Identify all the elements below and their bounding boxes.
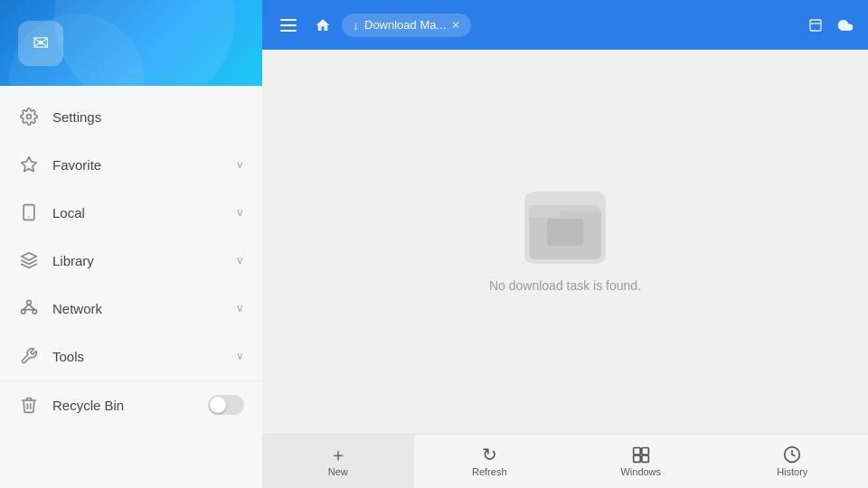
window-icon[interactable]	[805, 14, 826, 36]
chevron-down-icon: ∨	[236, 206, 244, 219]
sidebar-header: ✉	[0, 0, 262, 86]
chevron-down-icon: ∨	[236, 302, 244, 314]
svg-marker-4	[22, 253, 37, 260]
star-icon	[18, 154, 40, 175]
tab-label: Download Ma...	[364, 18, 446, 32]
tab-close-button[interactable]: ✕	[451, 19, 460, 32]
network-label: Network	[52, 301, 236, 316]
toggle-knob	[210, 397, 226, 413]
refresh-button[interactable]: ↻ Refresh	[414, 435, 566, 488]
home-button[interactable]	[311, 14, 335, 37]
empty-state: No download task is found.	[489, 192, 641, 293]
svg-rect-18	[642, 448, 649, 455]
library-label: Library	[52, 253, 236, 268]
phone-icon	[18, 202, 40, 223]
windows-icon	[632, 446, 650, 464]
sidebar-item-tools[interactable]: Tools ∨	[0, 333, 262, 380]
hamburger-line-1	[280, 19, 297, 21]
history-label: History	[777, 466, 807, 477]
trash-icon	[18, 394, 40, 416]
local-label: Local	[52, 205, 236, 221]
history-icon	[783, 446, 801, 464]
hamburger-button[interactable]	[273, 14, 304, 37]
svg-marker-1	[22, 157, 37, 172]
empty-folder-icon	[524, 192, 606, 264]
windows-button[interactable]: Windows	[565, 435, 717, 488]
main-area: ↓ Download Ma... ✕	[262, 0, 868, 488]
plus-icon: ＋	[329, 446, 347, 464]
wrench-icon	[18, 345, 40, 367]
refresh-label: Refresh	[472, 466, 507, 477]
svg-point-0	[27, 115, 32, 119]
sidebar-item-favorite[interactable]: Favorite ∨	[0, 141, 262, 189]
favorite-label: Favorite	[52, 157, 236, 173]
sidebar-item-settings[interactable]: Settings	[0, 93, 262, 141]
sidebar-item-library[interactable]: Library ∨	[0, 237, 262, 285]
app-logo: ✉	[18, 21, 63, 66]
svg-rect-20	[642, 455, 649, 463]
sidebar-menu: Settings Favorite ∨ Local ∨	[0, 86, 262, 488]
svg-rect-15	[529, 205, 561, 218]
new-label: New	[328, 466, 348, 477]
sidebar: ✉ Settings Favorite ∨	[0, 0, 262, 488]
recycle-bin-toggle[interactable]	[208, 395, 244, 415]
chevron-down-icon: ∨	[236, 254, 244, 267]
svg-rect-17	[633, 448, 640, 455]
hamburger-line-3	[280, 30, 297, 32]
svg-line-8	[24, 305, 29, 310]
cloud-icon[interactable]	[834, 14, 857, 37]
svg-rect-19	[633, 455, 640, 463]
settings-label: Settings	[52, 109, 244, 125]
hamburger-line-2	[280, 24, 297, 26]
gear-icon	[18, 106, 40, 127]
download-tab[interactable]: ↓ Download Ma... ✕	[342, 14, 471, 37]
sidebar-item-recycle-bin[interactable]: Recycle Bin	[0, 380, 262, 428]
sidebar-item-network[interactable]: Network ∨	[0, 285, 262, 333]
history-button[interactable]: History	[717, 435, 869, 488]
mail-icon: ✉	[33, 32, 49, 55]
chevron-down-icon: ∨	[236, 350, 244, 362]
svg-rect-16	[547, 219, 583, 246]
tools-label: Tools	[52, 349, 236, 364]
empty-message: No download task is found.	[489, 278, 641, 293]
refresh-icon: ↻	[482, 446, 497, 464]
network-icon	[18, 297, 40, 319]
bottom-toolbar: ＋ New ↻ Refresh Windows	[262, 434, 868, 488]
layers-icon	[18, 249, 40, 271]
svg-line-9	[29, 305, 34, 310]
recycle-bin-label: Recycle Bin	[52, 398, 208, 413]
chevron-down-icon: ∨	[236, 158, 244, 171]
content-area: No download task is found.	[262, 50, 868, 434]
windows-label: Windows	[620, 466, 661, 477]
sidebar-item-local[interactable]: Local ∨	[0, 189, 262, 237]
topbar: ↓ Download Ma... ✕	[262, 0, 868, 50]
new-button[interactable]: ＋ New	[262, 435, 414, 488]
svg-rect-11	[810, 20, 821, 31]
download-arrow-icon: ↓	[353, 18, 359, 33]
